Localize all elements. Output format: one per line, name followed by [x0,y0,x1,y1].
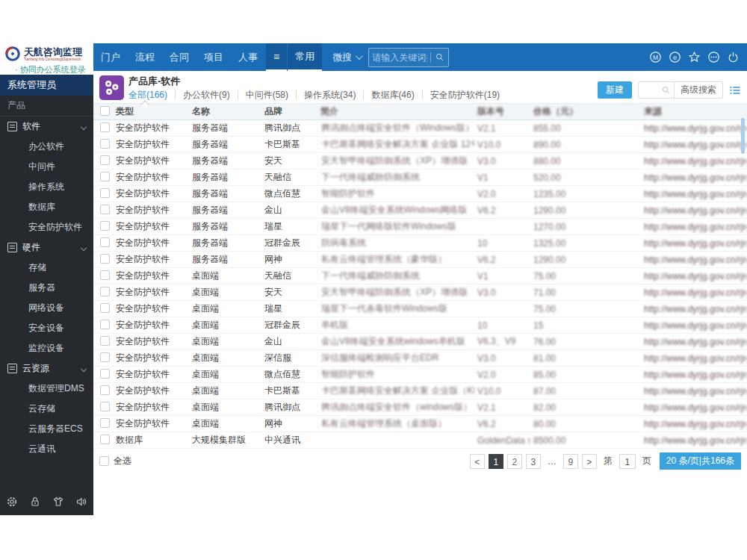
power-icon[interactable] [727,51,740,63]
m-badge-icon[interactable]: M [649,51,662,63]
category-tab[interactable]: 办公软件(9) [175,90,238,100]
cell-brand: 冠群金辰 [261,237,317,249]
settings-icon[interactable] [6,496,18,508]
sidebar-item[interactable]: 安全防护软件 [0,217,93,237]
cell-version: V10.0 [474,140,530,150]
cell-name: 桌面端 [189,270,261,282]
sidebar-item[interactable]: 安全设备 [0,318,93,338]
row-checkbox[interactable] [100,221,110,231]
header-checkbox[interactable] [100,106,110,116]
sidebar-item[interactable]: 网络设备 [0,298,93,318]
scrollbar-thumb[interactable] [741,118,745,154]
sidebar-item[interactable]: 操作系统 [0,177,93,197]
theme-icon[interactable] [52,496,64,508]
row-checkbox[interactable] [100,155,110,165]
cell-brand: 金山 [261,335,317,348]
topnav-item[interactable]: 人事 [231,43,265,71]
sidebar-item[interactable]: 监控设备 [0,338,93,358]
category-tab[interactable]: 操作系统(34) [296,90,363,100]
page-button[interactable]: 9 [563,454,578,469]
svg-text:M: M [653,54,658,61]
page-button[interactable]: … [545,454,560,469]
page-button[interactable]: 1 [489,454,503,469]
row-checkbox[interactable] [100,205,110,214]
tab-favorites[interactable]: 常用 [288,43,322,71]
row-checkbox[interactable] [100,172,110,181]
sidebar-item[interactable]: 云通讯 [0,439,93,459]
sidebar-group[interactable]: 云资源 [0,358,93,379]
product-library-icon [99,75,124,100]
sidebar-item[interactable]: 办公软件 [0,137,93,157]
cell-version: V1 [474,271,530,281]
cell-source-url: http://www.dyrjg.gov.cn/rjrg/ [641,222,747,232]
row-checkbox[interactable] [100,320,110,329]
message-icon[interactable]: e [669,51,681,63]
sidebar-item[interactable]: 云存储 [0,399,93,419]
new-button[interactable]: 新建 [598,81,632,99]
cell-source-url: http://www.dyrjg.gov.cn/rjrg/ [641,287,747,298]
row-checkbox[interactable] [100,435,110,444]
category-tab[interactable]: 全部(166) [128,90,175,100]
row-checkbox[interactable] [100,270,110,280]
select-all-checkbox[interactable] [99,456,109,466]
list-view-icon[interactable] [729,84,741,96]
global-search-input[interactable] [369,52,430,63]
cell-version: V6.2 [474,255,530,265]
row-checkbox[interactable] [100,418,110,428]
sidebar-item[interactable]: 数据管理DMS [0,379,93,399]
cell-desc: 单机版 [317,319,474,332]
cell-price: 8500.00 [530,435,641,446]
topnav-item[interactable]: 合同 [162,43,196,71]
topnav-item[interactable]: 门户 [93,43,128,71]
row-checkbox[interactable] [100,287,110,296]
page-size-info[interactable]: 20 条/页|共166条 [660,452,741,470]
sidebar-item[interactable]: 服务器 [0,278,93,298]
sidebar-item[interactable]: 存储 [0,258,93,278]
topnav-item[interactable]: 流程 [128,43,162,71]
nav-menu-button[interactable]: ≡ [266,43,287,71]
lock-icon[interactable] [29,496,41,508]
page-button[interactable]: 3 [526,454,541,469]
next-page-button[interactable]: > [582,454,597,469]
sidebar-section-product[interactable]: 产品 [0,96,93,116]
cell-brand: 瑞星 [261,220,317,233]
cell-type: 安全防护软件 [113,319,189,332]
column-header: 简介 [317,105,474,118]
row-checkbox[interactable] [100,139,110,149]
row-checkbox[interactable] [100,352,110,362]
sound-icon[interactable] [75,496,87,508]
row-checkbox[interactable] [100,188,110,198]
search-scope-dropdown[interactable]: 微搜 [332,43,361,71]
page-button[interactable]: 2 [507,454,522,469]
sidebar-group[interactable]: 硬件 [0,237,93,258]
advanced-search-button[interactable]: 高级搜索 [674,82,722,98]
sidebar-item[interactable]: 中间件 [0,157,93,177]
more-icon[interactable] [707,51,720,63]
row-checkbox[interactable] [100,237,110,247]
favorite-icon[interactable] [688,51,701,63]
topnav-item[interactable]: 项目 [196,43,231,71]
office-login-link[interactable]: · 协同办公系统登录 [15,64,86,75]
cell-type: 安全防护软件 [113,155,189,167]
table-row: 安全防护软件服务器端安天安天智甲终端防御系统（XP）增强版V3.0880.00h… [93,153,747,169]
category-tab[interactable]: 数据库(46) [363,90,421,100]
sidebar-item[interactable]: 数据库 [0,197,93,217]
category-tab[interactable]: 中间件(58) [238,90,296,100]
table-row: 安全防护软件服务器端瑞星瑞星下一代网络版软件Windows版1270.00htt… [93,219,747,235]
search-icon[interactable] [430,52,448,62]
table-row: 安全防护软件桌面端金山金山V8终端安全系统windows单机版V6.3、V976… [93,334,747,350]
sidebar-group[interactable]: 软件 [0,116,93,137]
category-tab[interactable]: 安全防护软件(19) [422,90,507,100]
table-row: 安全防护软件服务器端腾讯御点腾讯御点终端安全软件（Windows版）V2.185… [93,120,747,137]
sidebar-item[interactable]: 云服务器ECS [0,419,93,439]
row-checkbox[interactable] [100,385,110,395]
row-checkbox[interactable] [100,402,110,411]
row-checkbox[interactable] [100,122,110,132]
row-checkbox[interactable] [100,369,110,379]
row-checkbox[interactable] [100,303,110,313]
row-checkbox[interactable] [100,254,110,264]
page-jump-input[interactable]: 1 [619,454,636,469]
row-checkbox[interactable] [100,336,110,346]
logo-box: 天航咨询监理 Tianhang Info Consulting&Supervis… [0,43,93,75]
prev-page-button[interactable]: < [470,454,485,469]
